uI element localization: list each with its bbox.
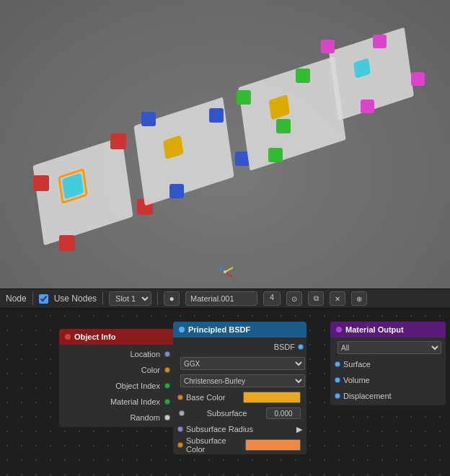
random-row: Random [59, 410, 175, 426]
subsurface-color-socket[interactable] [177, 442, 183, 448]
subsurface-radius-row: Subsurface Radius ▶ [173, 421, 306, 437]
volume-label: Volume [343, 376, 370, 384]
location-socket[interactable] [164, 351, 170, 357]
red-cube [59, 235, 75, 251]
random-socket[interactable] [164, 415, 170, 420]
green-cube [268, 148, 283, 162]
blue-cube [169, 184, 184, 198]
node-editor-canvas[interactable]: Object Info Location Color Object Index … [0, 309, 450, 476]
subsurface-color-swatch[interactable] [245, 439, 301, 451]
subsurface-radius-arrow[interactable]: ▶ [296, 425, 302, 434]
subsurface-value[interactable] [266, 407, 301, 419]
node-label: Node [6, 294, 27, 304]
object-index-row: Object Index [59, 378, 175, 394]
color-label: Color [63, 366, 164, 374]
blue-cube [141, 112, 156, 126]
green-cube [276, 119, 291, 133]
delete-icon[interactable]: ✕ [330, 291, 345, 306]
yellow-cube [163, 135, 183, 159]
object-info-header: Object Info [59, 329, 175, 345]
material-output-title: Material Output [345, 325, 404, 334]
copy-icon[interactable]: ⧉ [308, 291, 324, 306]
principled-bsdf-node[interactable]: Principled BSDF BSDF GGX Multiscatter GG… [173, 322, 306, 454]
green-cube [296, 69, 310, 83]
bsdf-output-socket[interactable] [298, 344, 304, 350]
svg-point-3 [224, 270, 226, 273]
material-name[interactable]: Material.001 [185, 291, 257, 306]
cyan-cube-2 [353, 58, 371, 79]
node-editor-toolbar: Node Use Nodes Slot 1 ● Material.001 4 ⊙… [0, 288, 450, 309]
user-count: 4 [263, 291, 281, 306]
material-sphere-icon-2[interactable]: ⊙ [286, 291, 302, 306]
use-nodes-label: Use Nodes [54, 294, 97, 304]
object-info-node[interactable]: Object Info Location Color Object Index … [59, 329, 175, 427]
subsurface-method-select[interactable]: Christensen-Burley Random Walk [180, 374, 305, 387]
yellow-cube-2 [269, 94, 290, 120]
subsurface-color-label: Subsurface Color [186, 436, 245, 454]
base-color-input-socket[interactable] [177, 395, 183, 400]
subsurface-method-row: Christensen-Burley Random Walk [173, 372, 306, 389]
color-socket[interactable] [164, 367, 170, 373]
bsdf-output-row: BSDF [173, 339, 306, 355]
red-cube [110, 133, 126, 149]
tile-3 [238, 56, 345, 171]
separator-2 [102, 292, 103, 305]
slot-select[interactable]: Slot 1 [109, 291, 151, 306]
object-info-title: Object Info [74, 332, 115, 341]
material-output-body: All Cycles EEVEE Surface Volume Displace… [330, 338, 446, 405]
selection-border [58, 168, 88, 204]
base-color-label: Base Color [186, 393, 225, 402]
pink-cube [373, 35, 387, 48]
object-index-label: Object Index [63, 382, 164, 390]
subsurface-input-socket[interactable] [179, 410, 185, 416]
subsurface-row: Subsurface [173, 405, 306, 421]
object-index-socket[interactable] [164, 383, 170, 389]
3d-viewport[interactable] [0, 0, 450, 288]
location-label: Location [63, 350, 164, 358]
subsurface-radius-socket[interactable] [177, 426, 183, 432]
tile-1 [32, 137, 133, 246]
color-row: Color [59, 362, 175, 378]
use-nodes-checkbox[interactable] [39, 294, 48, 304]
separator-3 [157, 292, 158, 305]
base-color-swatch[interactable] [243, 392, 301, 403]
subsurface-color-row: Subsurface Color [173, 437, 306, 453]
material-sphere-icon[interactable]: ● [164, 291, 180, 306]
red-cube [33, 175, 49, 191]
pin-icon[interactable]: ⊕ [351, 291, 367, 306]
material-target-select[interactable]: All Cycles EEVEE [338, 341, 441, 354]
separator-1 [32, 292, 33, 305]
material-index-row: Material Index [59, 394, 175, 410]
surface-label: Surface [343, 360, 371, 369]
displacement-label: Displacement [343, 392, 392, 400]
bsdf-dot [179, 327, 185, 332]
axes-icon [214, 261, 236, 283]
surface-input-socket[interactable] [335, 361, 340, 367]
location-row: Location [59, 346, 175, 362]
material-output-node[interactable]: Material Output All Cycles EEVEE Surface… [330, 322, 446, 405]
material-output-target-row: All Cycles EEVEE [330, 339, 446, 356]
volume-input-socket[interactable] [335, 377, 340, 383]
volume-row: Volume [330, 372, 446, 388]
material-index-label: Material Index [63, 397, 164, 406]
object-info-body: Location Color Object Index Material Ind… [59, 345, 175, 427]
bsdf-title: Principled BSDF [188, 325, 250, 334]
random-label: Random [63, 413, 164, 422]
distribution-row: GGX Multiscatter GGX [173, 355, 306, 372]
material-index-socket[interactable] [164, 399, 170, 405]
pink-cube [361, 100, 374, 113]
green-cube [237, 90, 251, 105]
blue-cube [209, 108, 224, 123]
displacement-input-socket[interactable] [335, 393, 340, 399]
material-output-dot [336, 327, 342, 332]
bsdf-body: BSDF GGX Multiscatter GGX Christensen-Bu… [173, 338, 306, 454]
material-output-header: Material Output [330, 322, 446, 338]
pink-cube [411, 72, 425, 86]
surface-row: Surface [330, 356, 446, 372]
bsdf-header: Principled BSDF [173, 322, 306, 338]
distribution-select[interactable]: GGX Multiscatter GGX [180, 357, 305, 370]
base-color-row: Base Color [173, 389, 306, 405]
object-info-dot [65, 334, 71, 340]
subsurface-label: Subsurface [207, 409, 247, 418]
subsurface-radius-label: Subsurface Radius [186, 425, 253, 433]
